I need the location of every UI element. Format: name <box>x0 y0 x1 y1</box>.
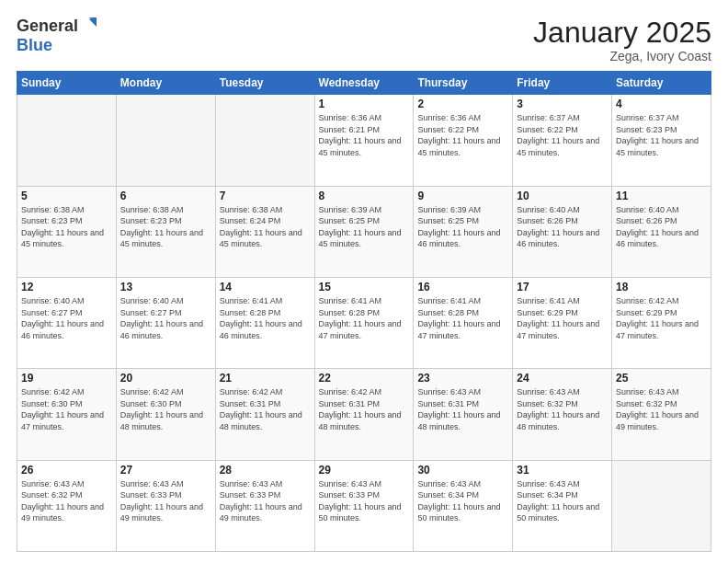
calendar-week-row: 5Sunrise: 6:38 AM Sunset: 6:23 PM Daylig… <box>17 186 711 277</box>
day-info: Sunrise: 6:38 AM Sunset: 6:23 PM Dayligh… <box>21 204 112 250</box>
table-row: 19Sunrise: 6:42 AM Sunset: 6:30 PM Dayli… <box>17 369 117 460</box>
header-friday: Friday <box>513 72 612 95</box>
day-info: Sunrise: 6:38 AM Sunset: 6:24 PM Dayligh… <box>220 204 311 250</box>
day-info: Sunrise: 6:41 AM Sunset: 6:28 PM Dayligh… <box>220 295 311 341</box>
table-row: 9Sunrise: 6:39 AM Sunset: 6:25 PM Daylig… <box>414 186 513 277</box>
day-info: Sunrise: 6:43 AM Sunset: 6:34 PM Dayligh… <box>417 478 508 524</box>
day-number: 15 <box>319 281 410 293</box>
header: General Blue January 2025 Zega, Ivory Co… <box>17 17 711 63</box>
day-number: 30 <box>417 464 508 477</box>
day-number: 19 <box>21 372 112 385</box>
table-row: 21Sunrise: 6:42 AM Sunset: 6:31 PM Dayli… <box>215 369 314 460</box>
table-row <box>116 95 215 186</box>
day-number: 27 <box>120 464 211 477</box>
header-thursday: Thursday <box>414 72 513 95</box>
day-number: 1 <box>319 98 410 110</box>
table-row: 13Sunrise: 6:40 AM Sunset: 6:27 PM Dayli… <box>116 277 215 368</box>
day-info: Sunrise: 6:41 AM Sunset: 6:28 PM Dayligh… <box>319 295 410 341</box>
day-number: 13 <box>120 281 211 293</box>
day-number: 24 <box>517 372 608 385</box>
table-row: 1Sunrise: 6:36 AM Sunset: 6:21 PM Daylig… <box>314 95 414 186</box>
weekday-header-row: Sunday Monday Tuesday Wednesday Thursday… <box>17 72 711 95</box>
table-row: 28Sunrise: 6:43 AM Sunset: 6:33 PM Dayli… <box>215 460 314 551</box>
day-info: Sunrise: 6:43 AM Sunset: 6:32 PM Dayligh… <box>517 386 608 432</box>
day-info: Sunrise: 6:43 AM Sunset: 6:32 PM Dayligh… <box>21 478 112 524</box>
calendar-week-row: 26Sunrise: 6:43 AM Sunset: 6:32 PM Dayli… <box>17 460 711 551</box>
day-number: 26 <box>21 464 112 477</box>
table-row: 24Sunrise: 6:43 AM Sunset: 6:32 PM Dayli… <box>513 369 612 460</box>
day-number: 14 <box>220 281 311 293</box>
day-number: 31 <box>517 464 608 477</box>
day-number: 25 <box>616 372 707 385</box>
table-row: 3Sunrise: 6:37 AM Sunset: 6:22 PM Daylig… <box>513 95 612 186</box>
table-row: 4Sunrise: 6:37 AM Sunset: 6:23 PM Daylig… <box>612 95 711 186</box>
day-info: Sunrise: 6:40 AM Sunset: 6:26 PM Dayligh… <box>517 204 608 250</box>
day-info: Sunrise: 6:42 AM Sunset: 6:29 PM Dayligh… <box>616 295 707 341</box>
day-info: Sunrise: 6:36 AM Sunset: 6:22 PM Dayligh… <box>417 112 508 158</box>
calendar-table: Sunday Monday Tuesday Wednesday Thursday… <box>17 71 711 552</box>
calendar-week-row: 1Sunrise: 6:36 AM Sunset: 6:21 PM Daylig… <box>17 95 711 186</box>
day-info: Sunrise: 6:42 AM Sunset: 6:30 PM Dayligh… <box>21 386 112 432</box>
day-number: 28 <box>220 464 311 477</box>
day-info: Sunrise: 6:41 AM Sunset: 6:28 PM Dayligh… <box>417 295 508 341</box>
table-row: 18Sunrise: 6:42 AM Sunset: 6:29 PM Dayli… <box>612 277 711 368</box>
table-row <box>17 95 117 186</box>
day-number: 17 <box>517 281 608 293</box>
day-info: Sunrise: 6:37 AM Sunset: 6:23 PM Dayligh… <box>616 112 707 158</box>
table-row: 11Sunrise: 6:40 AM Sunset: 6:26 PM Dayli… <box>612 186 711 277</box>
table-row: 30Sunrise: 6:43 AM Sunset: 6:34 PM Dayli… <box>414 460 513 551</box>
day-number: 6 <box>120 190 211 202</box>
day-info: Sunrise: 6:41 AM Sunset: 6:29 PM Dayligh… <box>517 295 608 341</box>
day-number: 8 <box>319 190 410 202</box>
table-row: 12Sunrise: 6:40 AM Sunset: 6:27 PM Dayli… <box>17 277 117 368</box>
day-info: Sunrise: 6:39 AM Sunset: 6:25 PM Dayligh… <box>319 204 410 250</box>
day-info: Sunrise: 6:42 AM Sunset: 6:30 PM Dayligh… <box>120 386 211 432</box>
header-saturday: Saturday <box>612 72 711 95</box>
table-row: 8Sunrise: 6:39 AM Sunset: 6:25 PM Daylig… <box>314 186 414 277</box>
day-number: 9 <box>417 190 508 202</box>
calendar-page: General Blue January 2025 Zega, Ivory Co… <box>0 0 728 563</box>
table-row: 15Sunrise: 6:41 AM Sunset: 6:28 PM Dayli… <box>314 277 414 368</box>
table-row: 17Sunrise: 6:41 AM Sunset: 6:29 PM Dayli… <box>513 277 612 368</box>
day-number: 4 <box>616 98 707 110</box>
day-number: 12 <box>21 281 112 293</box>
day-info: Sunrise: 6:40 AM Sunset: 6:26 PM Dayligh… <box>616 204 707 250</box>
table-row: 27Sunrise: 6:43 AM Sunset: 6:33 PM Dayli… <box>116 460 215 551</box>
title-block: January 2025 Zega, Ivory Coast <box>533 17 711 63</box>
day-number: 21 <box>220 372 311 385</box>
month-title: January 2025 <box>533 17 711 49</box>
day-info: Sunrise: 6:36 AM Sunset: 6:21 PM Dayligh… <box>319 112 410 158</box>
day-info: Sunrise: 6:39 AM Sunset: 6:25 PM Dayligh… <box>417 204 508 250</box>
table-row: 7Sunrise: 6:38 AM Sunset: 6:24 PM Daylig… <box>215 186 314 277</box>
day-number: 29 <box>319 464 410 477</box>
day-number: 3 <box>517 98 608 110</box>
day-info: Sunrise: 6:43 AM Sunset: 6:33 PM Dayligh… <box>120 478 211 524</box>
day-info: Sunrise: 6:38 AM Sunset: 6:23 PM Dayligh… <box>120 204 211 250</box>
header-tuesday: Tuesday <box>215 72 314 95</box>
location: Zega, Ivory Coast <box>533 49 711 63</box>
table-row: 2Sunrise: 6:36 AM Sunset: 6:22 PM Daylig… <box>414 95 513 186</box>
day-info: Sunrise: 6:40 AM Sunset: 6:27 PM Dayligh… <box>21 295 112 341</box>
day-info: Sunrise: 6:43 AM Sunset: 6:34 PM Dayligh… <box>517 478 608 524</box>
header-wednesday: Wednesday <box>314 72 414 95</box>
day-info: Sunrise: 6:43 AM Sunset: 6:32 PM Dayligh… <box>616 386 707 432</box>
day-number: 10 <box>517 190 608 202</box>
table-row: 25Sunrise: 6:43 AM Sunset: 6:32 PM Dayli… <box>612 369 711 460</box>
day-info: Sunrise: 6:43 AM Sunset: 6:31 PM Dayligh… <box>417 386 508 432</box>
day-info: Sunrise: 6:37 AM Sunset: 6:22 PM Dayligh… <box>517 112 608 158</box>
day-info: Sunrise: 6:40 AM Sunset: 6:27 PM Dayligh… <box>120 295 211 341</box>
calendar-week-row: 12Sunrise: 6:40 AM Sunset: 6:27 PM Dayli… <box>17 277 711 368</box>
header-sunday: Sunday <box>17 72 117 95</box>
table-row: 20Sunrise: 6:42 AM Sunset: 6:30 PM Dayli… <box>116 369 215 460</box>
day-number: 18 <box>616 281 707 293</box>
table-row: 23Sunrise: 6:43 AM Sunset: 6:31 PM Dayli… <box>414 369 513 460</box>
table-row: 14Sunrise: 6:41 AM Sunset: 6:28 PM Dayli… <box>215 277 314 368</box>
day-number: 2 <box>417 98 508 110</box>
table-row: 31Sunrise: 6:43 AM Sunset: 6:34 PM Dayli… <box>513 460 612 551</box>
table-row: 5Sunrise: 6:38 AM Sunset: 6:23 PM Daylig… <box>17 186 117 277</box>
table-row: 22Sunrise: 6:42 AM Sunset: 6:31 PM Dayli… <box>314 369 414 460</box>
logo: General Blue <box>17 17 98 54</box>
table-row: 16Sunrise: 6:41 AM Sunset: 6:28 PM Dayli… <box>414 277 513 368</box>
day-number: 16 <box>417 281 508 293</box>
header-monday: Monday <box>116 72 215 95</box>
